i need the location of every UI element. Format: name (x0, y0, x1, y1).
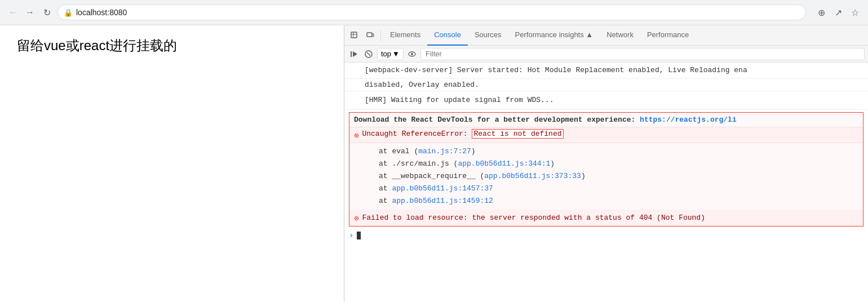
devtools-panel: Elements Console Sources Performance ins… (344, 25, 868, 302)
error-block: Download the React DevTools for a better… (349, 112, 863, 226)
play-button[interactable] (348, 48, 360, 60)
forward-button[interactable]: → (24, 6, 36, 19)
stack-line: at ./src/main.js (app.b0b56d11.js:344:1) (379, 158, 858, 170)
dropdown-arrow-icon: ▼ (392, 50, 400, 58)
context-label: top (381, 50, 391, 58)
cursor (357, 232, 361, 239)
error-circle-icon: ⊗ (354, 131, 358, 140)
inspect-element-button[interactable] (347, 28, 362, 43)
browser-chrome: ← → ↻ 🔒 localhost:8080 ⊕ ↗ ☆ (0, 0, 868, 25)
clear-icon (365, 50, 373, 58)
stack-line: at app.b0b56d11.js:1457:37 (379, 183, 858, 195)
devtools-toolbar: top ▼ (344, 46, 868, 63)
stack-line: at eval (main.js:7:27) (379, 145, 858, 158)
address-bar[interactable]: 🔒 localhost:8080 (57, 5, 806, 20)
back-button[interactable]: ← (7, 6, 19, 19)
zoom-button[interactable]: ⊕ (815, 6, 827, 19)
console-log-webpack: [webpack-dev-server] Server started: Hot… (344, 63, 868, 79)
context-selector[interactable]: top ▼ (377, 48, 404, 60)
url-text: localhost:8080 (76, 8, 127, 17)
stack-line: at app.b0b56d11.js:1459:12 (379, 195, 858, 207)
main-area: 留给vue或react进行挂载的 Elements (0, 25, 868, 302)
svg-marker-6 (353, 51, 357, 57)
eye-icon (408, 50, 416, 58)
svg-rect-4 (372, 34, 374, 37)
error-main-row: ⊗ Uncaught ReferenceError: React is not … (349, 127, 863, 143)
tab-elements[interactable]: Elements (383, 25, 427, 46)
stack-link[interactable]: main.js:7:27 (418, 147, 471, 156)
reload-button[interactable]: ↻ (41, 6, 53, 19)
stack-link[interactable]: app.b0b56d11.js:1459:12 (392, 197, 493, 205)
svg-line-8 (367, 52, 370, 56)
error-highlight: React is not defined (472, 129, 563, 139)
console-prompt[interactable]: › (344, 229, 868, 242)
stack-link[interactable]: app.b0b56d11.js:344:1 (458, 159, 550, 168)
svg-rect-5 (351, 51, 352, 57)
devtools-promo-row: Download the React DevTools for a better… (349, 113, 863, 127)
tab-performance[interactable]: Performance (640, 25, 696, 46)
responsive-button[interactable] (362, 28, 378, 43)
browser-actions: ⊕ ↗ ☆ (815, 6, 861, 19)
svg-point-10 (411, 53, 413, 55)
cursor-icon (351, 32, 358, 39)
error-message: Uncaught ReferenceError: React is not de… (362, 130, 563, 138)
failed-row: ⊗ Failed to load resource: the server re… (349, 210, 863, 226)
devtools-tabs: Elements Console Sources Performance ins… (344, 25, 868, 46)
failed-message: Failed to load resource: the server resp… (362, 214, 705, 222)
tab-console[interactable]: Console (427, 25, 468, 46)
star-button[interactable]: ☆ (849, 6, 861, 19)
page-content: 留给vue或react进行挂载的 (0, 25, 344, 302)
page-heading: 留给vue或react进行挂载的 (17, 37, 177, 55)
error-stack: at eval (main.js:7:27)at ./src/main.js (… (349, 143, 863, 210)
clear-button[interactable] (362, 48, 375, 60)
stack-link[interactable]: app.b0b56d11.js:373:33 (484, 172, 581, 180)
error-circle-icon-2: ⊗ (354, 214, 358, 223)
play-icon (350, 50, 358, 58)
svg-rect-0 (351, 32, 357, 38)
stack-link[interactable]: app.b0b56d11.js:1457:37 (392, 184, 493, 193)
prompt-arrow-icon: › (349, 231, 353, 240)
lock-icon: 🔒 (64, 8, 73, 17)
share-button[interactable]: ↗ (832, 6, 844, 19)
eye-button[interactable] (406, 48, 418, 60)
tab-performance-insights[interactable]: Performance insights ▲ (508, 25, 600, 46)
filter-input[interactable] (420, 48, 865, 60)
svg-rect-3 (367, 33, 372, 37)
tab-network[interactable]: Network (600, 25, 640, 46)
console-log-hmr: [HMR] Waiting for update signal from WDS… (344, 91, 868, 110)
console-output: [webpack-dev-server] Server started: Hot… (344, 63, 868, 302)
devtools-link[interactable]: https://reactjs.org/li (640, 116, 737, 124)
console-log-webpack2: disabled, Overlay enabled. (344, 79, 868, 92)
tab-sources[interactable]: Sources (468, 25, 508, 46)
browser-toolbar: ← → ↻ 🔒 localhost:8080 ⊕ ↗ ☆ (0, 0, 868, 25)
device-icon (366, 32, 374, 39)
stack-line: at __webpack_require__ (app.b0b56d11.js:… (379, 170, 858, 183)
tab-separator (380, 30, 381, 41)
